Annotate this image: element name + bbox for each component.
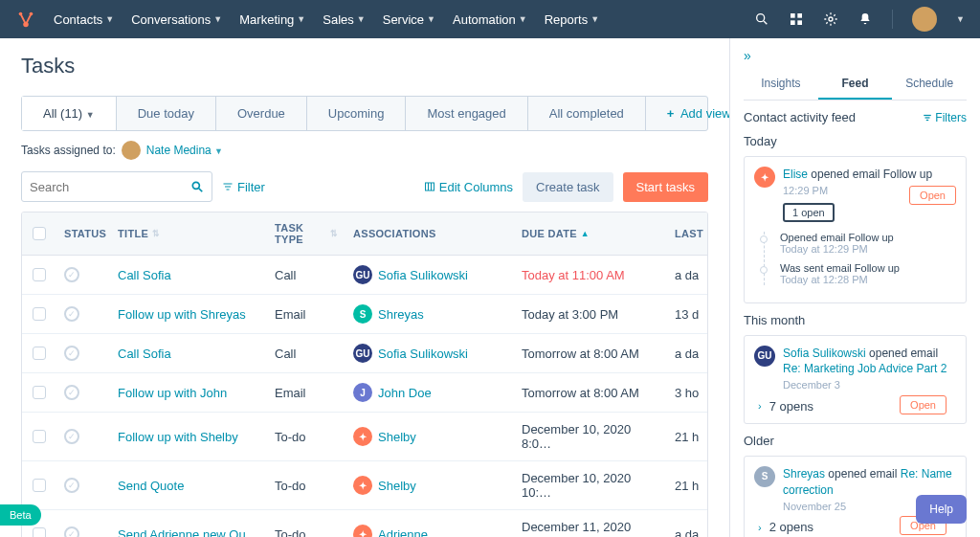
gear-icon[interactable] — [823, 11, 838, 27]
search-icon[interactable] — [190, 180, 204, 193]
expand-icon[interactable]: › — [758, 522, 762, 533]
section-month: This month — [744, 313, 967, 327]
table-row: ✓Follow up with JohnEmailJJohn DoeTomorr… — [22, 373, 707, 413]
association-chip[interactable]: ✦Shelby — [353, 476, 416, 495]
open-button[interactable]: Open — [909, 186, 956, 205]
sort-asc-icon: ▲ — [581, 229, 590, 238]
feed-subject[interactable]: Re: Marketing Job Advice Part 2 — [783, 362, 947, 375]
status-toggle[interactable]: ✓ — [64, 478, 79, 493]
side-tab-schedule[interactable]: Schedule — [892, 69, 967, 100]
nav-conversations[interactable]: Conversations ▼ — [131, 12, 222, 27]
association-chip[interactable]: ✦Shelby — [353, 427, 416, 446]
col-title[interactable]: TITLE⇅ — [110, 213, 267, 255]
chevron-down-icon[interactable]: ▼ — [956, 14, 965, 24]
nav-marketing[interactable]: Marketing ▼ — [239, 12, 305, 27]
user-avatar[interactable] — [912, 7, 937, 32]
col-due-date[interactable]: DUE DATE ▲ — [514, 213, 667, 255]
due-date: Tomorrow at 8:00 AM — [514, 334, 667, 372]
create-task-button[interactable]: Create task — [523, 172, 612, 202]
status-toggle[interactable]: ✓ — [64, 429, 79, 444]
col-task-type[interactable]: TASK TYPE⇅ — [267, 213, 345, 255]
add-view-button[interactable]: + Add view — [646, 97, 729, 130]
tab-upcoming[interactable]: Upcoming — [307, 97, 407, 130]
association-chip[interactable]: SShreyas — [353, 304, 424, 324]
nav-sales[interactable]: Sales ▼ — [323, 12, 365, 27]
row-checkbox[interactable] — [33, 479, 46, 492]
select-all-checkbox[interactable] — [33, 227, 46, 240]
col-status[interactable]: STATUS — [56, 213, 110, 255]
task-title-link[interactable]: Call Sofia — [118, 347, 171, 361]
tab-overdue[interactable]: Overdue — [216, 97, 307, 130]
help-button[interactable]: Help — [916, 495, 967, 524]
filter-button[interactable]: Filter — [222, 180, 265, 194]
bell-icon[interactable] — [858, 11, 873, 27]
association-chip[interactable]: JJohn Doe — [353, 383, 432, 402]
hubspot-logo-icon[interactable] — [15, 9, 36, 30]
feed-avatar: ✦ — [754, 167, 775, 188]
status-toggle[interactable]: ✓ — [64, 306, 79, 322]
status-toggle[interactable]: ✓ — [64, 267, 79, 282]
tab-all-completed[interactable]: All completed — [528, 97, 646, 130]
search-input-wrap — [21, 171, 212, 202]
row-checkbox[interactable] — [33, 347, 46, 360]
tab-most-engaged[interactable]: Most engaged — [406, 97, 527, 130]
task-title-link[interactable]: Send Quote — [118, 479, 184, 493]
side-tab-feed[interactable]: Feed — [818, 69, 893, 100]
nav-reports[interactable]: Reports ▼ — [545, 12, 599, 27]
row-checkbox[interactable] — [33, 430, 46, 443]
task-title-link[interactable]: Follow up with John — [118, 386, 227, 400]
tasks-table: STATUS TITLE⇅ TASK TYPE⇅ ASSOCIATIONS DU… — [21, 212, 708, 537]
expand-icon[interactable]: › — [758, 400, 762, 412]
association-chip[interactable]: GUSofia Sulikowski — [353, 265, 468, 284]
row-checkbox[interactable] — [33, 386, 46, 399]
marketplace-icon[interactable] — [789, 11, 804, 27]
toolbar: Filter Edit Columns Create task Start ta… — [21, 171, 708, 202]
tab-due-today[interactable]: Due today — [117, 97, 216, 130]
col-last[interactable]: LAST — [667, 213, 707, 255]
beta-badge[interactable]: Beta — [0, 504, 41, 526]
search-input[interactable] — [30, 180, 190, 194]
feed-time: 12:29 PM — [783, 185, 828, 196]
association-chip[interactable]: ✦Adrienne — [353, 525, 428, 537]
row-checkbox[interactable] — [33, 268, 46, 281]
status-toggle[interactable]: ✓ — [64, 526, 79, 537]
edit-columns-button[interactable]: Edit Columns — [424, 180, 513, 194]
task-type: Call — [267, 334, 345, 372]
side-panel: » InsightsFeedSchedule Contact activity … — [729, 38, 980, 537]
nav-service[interactable]: Service ▼ — [383, 12, 435, 27]
section-older: Older — [744, 434, 967, 448]
assignee-dropdown[interactable]: Nate Medina ▼ — [146, 144, 223, 157]
svg-rect-15 — [425, 183, 434, 190]
table-row: ✓Send QuoteTo-do✦ShelbyDecember 10, 2020… — [22, 461, 707, 510]
search-icon[interactable] — [754, 11, 769, 27]
feed-header: Contact activity feed — [744, 110, 856, 124]
nav-automation[interactable]: Automation ▼ — [453, 12, 527, 27]
association-chip[interactable]: GUSofia Sulikowski — [353, 344, 468, 363]
side-tab-insights[interactable]: Insights — [744, 69, 818, 100]
due-date: Today at 3:00 PM — [514, 295, 667, 333]
row-checkbox[interactable] — [33, 307, 46, 321]
nav-contacts[interactable]: Contacts ▼ — [54, 12, 114, 27]
task-title-link[interactable]: Follow up with Shreyas — [118, 307, 246, 322]
start-tasks-button[interactable]: Start tasks — [623, 172, 708, 202]
task-title-link[interactable]: Follow up with Shelby — [118, 430, 238, 444]
row-checkbox[interactable] — [33, 527, 46, 537]
collapse-panel-icon[interactable]: » — [744, 48, 967, 63]
status-toggle[interactable]: ✓ — [64, 385, 79, 400]
feed-who[interactable]: Sofia Sulikowski — [783, 347, 866, 360]
task-title-link[interactable]: Call Sofia — [118, 268, 171, 282]
open-count-pill[interactable]: 1 open — [783, 203, 835, 222]
col-associations[interactable]: ASSOCIATIONS — [345, 213, 514, 255]
task-type: To-do — [267, 461, 345, 509]
svg-rect-8 — [797, 20, 802, 25]
open-button[interactable]: Open — [900, 395, 947, 414]
task-title-link[interactable]: Send Adrienne new Qu… — [118, 527, 258, 538]
status-toggle[interactable]: ✓ — [64, 346, 79, 361]
tab-all-[interactable]: All (11) ▼ — [22, 97, 117, 130]
task-type: Email — [267, 295, 345, 333]
section-today: Today — [744, 134, 967, 148]
feed-avatar: GU — [754, 346, 775, 367]
feed-who[interactable]: Shreyas — [783, 467, 825, 481]
filters-button[interactable]: Filters — [923, 111, 967, 124]
feed-who[interactable]: Elise — [783, 168, 808, 181]
